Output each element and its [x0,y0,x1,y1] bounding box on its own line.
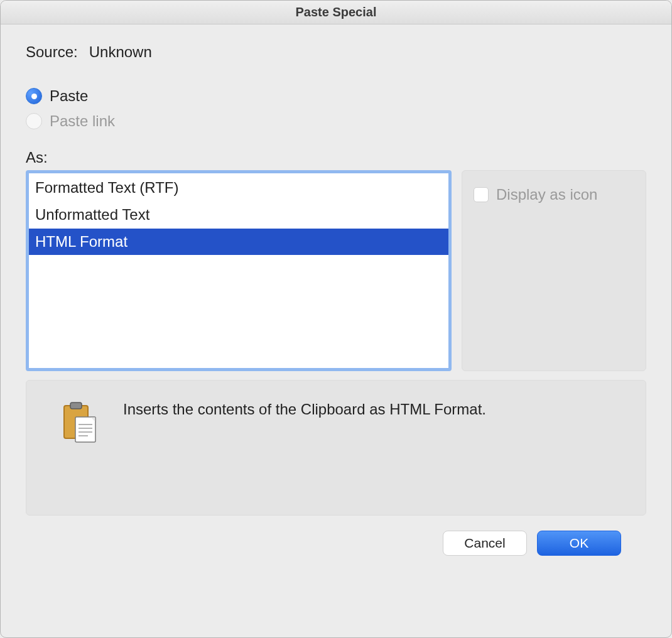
dialog-content: Source: Unknown Paste Paste link As: For… [1,24,671,637]
cancel-button-label: Cancel [464,536,505,551]
paste-link-radio-row: Paste link [26,112,646,130]
cancel-button[interactable]: Cancel [443,531,527,556]
ok-button[interactable]: OK [537,531,621,556]
paste-link-radio-label: Paste link [50,112,115,130]
paste-radio-row[interactable]: Paste [26,87,646,105]
svg-rect-1 [70,403,82,409]
svg-rect-2 [75,417,95,442]
format-list-item[interactable]: Formatted Text (RTF) [29,175,448,202]
format-listbox[interactable]: Formatted Text (RTF)Unformatted TextHTML… [26,170,452,371]
paste-mode-radio-group: Paste Paste link [26,87,646,138]
mid-row: Formatted Text (RTF)Unformatted TextHTML… [26,170,646,371]
paste-radio-label: Paste [50,87,88,105]
paste-link-radio [26,113,42,129]
as-label: As: [26,149,646,166]
display-as-icon-checkbox [474,187,489,202]
clipboard-icon [63,402,98,443]
titlebar: Paste Special [1,1,671,24]
ok-button-label: OK [570,536,588,551]
display-icon-panel: Display as icon [462,170,646,371]
format-list-item[interactable]: Unformatted Text [29,202,448,229]
paste-special-dialog: Paste Special Source: Unknown Paste Past… [0,0,672,638]
source-row: Source: Unknown [26,43,646,61]
description-panel: Inserts the contents of the Clipboard as… [26,380,646,516]
display-as-icon-label: Display as icon [496,186,597,203]
description-text: Inserts the contents of the Clipboard as… [123,398,486,418]
format-list-item[interactable]: HTML Format [29,229,448,256]
source-label: Source: [26,43,78,61]
window-title: Paste Special [296,5,377,19]
dialog-footer: Cancel OK [26,516,646,556]
display-as-icon-row: Display as icon [474,186,597,203]
source-value: Unknown [89,43,152,61]
paste-radio[interactable] [26,88,42,104]
